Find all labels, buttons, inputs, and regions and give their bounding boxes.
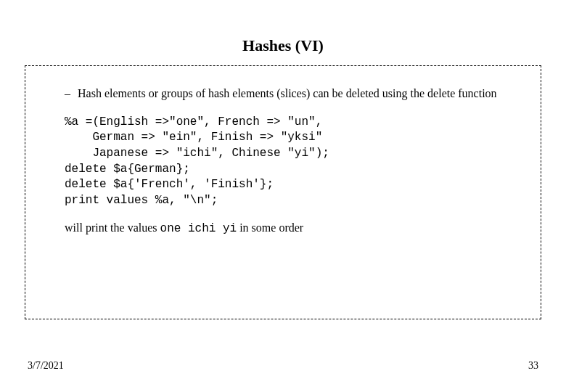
footer-page-number: 33 — [528, 360, 538, 372]
footer-date: 3/7/2021 — [28, 360, 64, 372]
slide-title: Hashes (VI) — [0, 0, 566, 65]
closing-suffix: in some order — [237, 221, 303, 234]
code-block: %a =(English =>"one", French => "un", Ge… — [65, 115, 522, 209]
bullet-dash: – — [65, 86, 78, 102]
bullet-item: – Hash elements or groups of hash elemen… — [44, 86, 522, 102]
closing-prefix: will print the values — [65, 221, 160, 234]
content-box: – Hash elements or groups of hash elemen… — [25, 65, 541, 319]
bullet-text: Hash elements or groups of hash elements… — [78, 86, 497, 102]
closing-mono: one ichi yi — [160, 222, 237, 235]
closing-line: will print the values one ichi yi in som… — [65, 221, 522, 235]
